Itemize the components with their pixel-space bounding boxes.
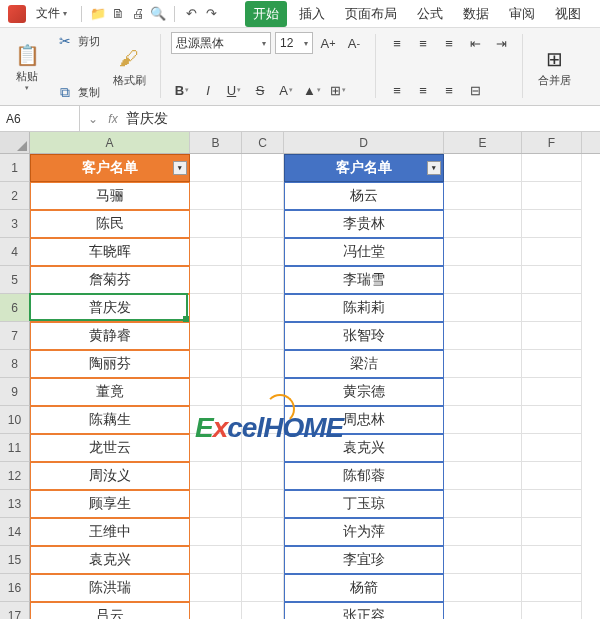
tab-data[interactable]: 数据 bbox=[455, 1, 497, 27]
formula-input[interactable]: 普庆发 bbox=[126, 110, 168, 128]
cell[interactable] bbox=[190, 462, 242, 490]
cell[interactable] bbox=[190, 574, 242, 602]
cell[interactable]: 陈洪瑞 bbox=[30, 574, 190, 602]
tab-page-layout[interactable]: 页面布局 bbox=[337, 1, 405, 27]
col-header-D[interactable]: D bbox=[284, 132, 444, 153]
col-header-C[interactable]: C bbox=[242, 132, 284, 153]
underline-button[interactable]: U bbox=[223, 79, 245, 101]
align-bottom-button[interactable]: ≡ bbox=[438, 32, 460, 54]
cell[interactable] bbox=[444, 490, 522, 518]
print-icon[interactable]: 🖨 bbox=[130, 6, 146, 22]
cell[interactable] bbox=[242, 434, 284, 462]
cell[interactable]: 普庆发 bbox=[30, 294, 190, 322]
cell[interactable]: 陈民 bbox=[30, 210, 190, 238]
cell[interactable] bbox=[444, 378, 522, 406]
cell[interactable] bbox=[242, 350, 284, 378]
wrap-text-button[interactable]: ⊟ bbox=[464, 79, 486, 101]
format-painter-button[interactable]: 🖌 格式刷 bbox=[108, 32, 150, 100]
align-center-button[interactable]: ≡ bbox=[412, 79, 434, 101]
cell[interactable]: 袁克兴 bbox=[284, 434, 444, 462]
font-color-button[interactable]: A bbox=[275, 79, 297, 101]
fx-icon[interactable]: fx bbox=[106, 112, 120, 126]
cell[interactable]: 陶丽芬 bbox=[30, 350, 190, 378]
cell[interactable] bbox=[242, 518, 284, 546]
cell[interactable] bbox=[190, 602, 242, 619]
cell[interactable] bbox=[522, 574, 582, 602]
cell[interactable]: 詹菊芬 bbox=[30, 266, 190, 294]
cell[interactable] bbox=[444, 182, 522, 210]
cell[interactable] bbox=[190, 546, 242, 574]
align-top-button[interactable]: ≡ bbox=[386, 32, 408, 54]
cell[interactable] bbox=[522, 210, 582, 238]
new-icon[interactable]: 🗎 bbox=[110, 6, 126, 22]
cell[interactable]: 黄宗德 bbox=[284, 378, 444, 406]
tab-home[interactable]: 开始 bbox=[245, 1, 287, 27]
cell[interactable] bbox=[190, 182, 242, 210]
cell[interactable]: 张智玲 bbox=[284, 322, 444, 350]
cell[interactable]: 杨箭 bbox=[284, 574, 444, 602]
cell[interactable] bbox=[522, 546, 582, 574]
cell[interactable] bbox=[522, 322, 582, 350]
cell[interactable] bbox=[444, 350, 522, 378]
cell[interactable] bbox=[190, 378, 242, 406]
cell[interactable] bbox=[190, 238, 242, 266]
cell[interactable] bbox=[190, 350, 242, 378]
bold-button[interactable]: B bbox=[171, 79, 193, 101]
copy-button[interactable]: ⧉复制 bbox=[56, 83, 100, 101]
tab-view[interactable]: 视图 bbox=[547, 1, 589, 27]
cell[interactable]: 周忠林 bbox=[284, 406, 444, 434]
cell[interactable]: 黄静睿 bbox=[30, 322, 190, 350]
decrease-indent-button[interactable]: ⇤ bbox=[464, 32, 486, 54]
row-header-17[interactable]: 17 bbox=[0, 602, 30, 619]
open-icon[interactable]: 📁 bbox=[90, 6, 106, 22]
paste-button[interactable]: 📋 粘贴 ▾ bbox=[6, 32, 48, 100]
cell[interactable] bbox=[190, 434, 242, 462]
tab-review[interactable]: 审阅 bbox=[501, 1, 543, 27]
cell[interactable] bbox=[444, 518, 522, 546]
row-header-9[interactable]: 9 bbox=[0, 378, 30, 406]
cell[interactable] bbox=[190, 518, 242, 546]
cut-button[interactable]: ✂剪切 bbox=[56, 32, 100, 50]
align-middle-button[interactable]: ≡ bbox=[412, 32, 434, 54]
cell[interactable] bbox=[242, 238, 284, 266]
increase-font-button[interactable]: A+ bbox=[317, 32, 339, 54]
cell[interactable] bbox=[444, 294, 522, 322]
row-header-14[interactable]: 14 bbox=[0, 518, 30, 546]
cell[interactable] bbox=[522, 406, 582, 434]
cell[interactable]: 马骊 bbox=[30, 182, 190, 210]
cell[interactable]: 顾享生 bbox=[30, 490, 190, 518]
cell[interactable] bbox=[242, 546, 284, 574]
row-header-15[interactable]: 15 bbox=[0, 546, 30, 574]
border-button[interactable]: ⊞ bbox=[327, 79, 349, 101]
row-header-16[interactable]: 16 bbox=[0, 574, 30, 602]
cell[interactable]: 张正容 bbox=[284, 602, 444, 619]
cell[interactable] bbox=[242, 154, 284, 182]
cell[interactable]: 董竟 bbox=[30, 378, 190, 406]
undo-icon[interactable]: ↶ bbox=[183, 6, 199, 22]
cell[interactable]: 李瑞雪 bbox=[284, 266, 444, 294]
cell[interactable]: 冯仕堂 bbox=[284, 238, 444, 266]
cell[interactable]: 周汝义 bbox=[30, 462, 190, 490]
row-header-2[interactable]: 2 bbox=[0, 182, 30, 210]
font-size-combo[interactable]: 12▾ bbox=[275, 32, 313, 54]
filter-button[interactable]: ▾ bbox=[427, 161, 441, 175]
cell[interactable] bbox=[522, 238, 582, 266]
cell[interactable] bbox=[444, 210, 522, 238]
cell[interactable] bbox=[242, 294, 284, 322]
row-header-10[interactable]: 10 bbox=[0, 406, 30, 434]
tab-insert[interactable]: 插入 bbox=[291, 1, 333, 27]
row-header-6[interactable]: 6 bbox=[0, 294, 30, 322]
cell[interactable] bbox=[444, 322, 522, 350]
cell[interactable] bbox=[444, 462, 522, 490]
cell[interactable] bbox=[242, 406, 284, 434]
col-header-F[interactable]: F bbox=[522, 132, 582, 153]
italic-button[interactable]: I bbox=[197, 79, 219, 101]
cell[interactable] bbox=[242, 602, 284, 619]
cell[interactable] bbox=[242, 378, 284, 406]
cell[interactable] bbox=[190, 294, 242, 322]
cell[interactable] bbox=[444, 154, 522, 182]
align-right-button[interactable]: ≡ bbox=[438, 79, 460, 101]
row-header-8[interactable]: 8 bbox=[0, 350, 30, 378]
redo-icon[interactable]: ↷ bbox=[203, 6, 219, 22]
cell[interactable] bbox=[522, 490, 582, 518]
